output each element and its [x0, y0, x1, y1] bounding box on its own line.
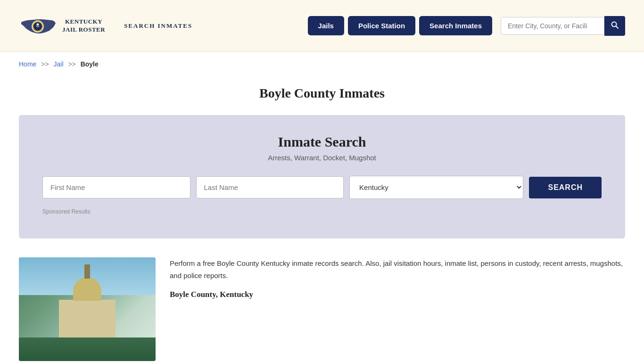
site-title-text: SEARCH INMATES [124, 22, 192, 30]
logo-image [19, 13, 57, 39]
search-form-row: AlabamaAlaskaArizonaArkansasCaliforniaCo… [42, 176, 602, 199]
content-section: Perform a free Boyle County Kentucky inm… [0, 248, 644, 362]
main-nav: Jails Police Station Search Inmates [308, 16, 625, 36]
search-button[interactable]: SEARCH [529, 177, 602, 198]
site-header: KENTUCKY JAIL ROSTER SEARCH INMATES Jail… [0, 0, 644, 52]
svg-line-4 [616, 26, 619, 28]
content-text-area: Perform a free Boyle County Kentucky inm… [170, 257, 625, 308]
sponsored-label: Sponsored Results [42, 208, 602, 215]
search-card-title: Inmate Search [42, 134, 602, 150]
inmate-search-card: Inmate Search Arrests, Warrant, Docket, … [19, 115, 625, 239]
jails-button[interactable]: Jails [308, 16, 344, 35]
county-image [19, 257, 156, 361]
site-logo-link[interactable]: KENTUCKY JAIL ROSTER [19, 13, 105, 39]
first-name-input[interactable] [42, 176, 190, 198]
breadcrumb-home[interactable]: Home [19, 60, 36, 68]
last-name-input[interactable] [196, 176, 344, 198]
header-search-button[interactable] [604, 16, 625, 36]
content-description: Perform a free Boyle County Kentucky inm… [170, 257, 625, 281]
logo-text: KENTUCKY JAIL ROSTER [62, 18, 105, 34]
breadcrumb-jail[interactable]: Jail [54, 60, 64, 68]
svg-point-2 [37, 24, 39, 26]
header-search-input[interactable] [501, 17, 604, 35]
page-title: Boyle County Inmates [19, 86, 625, 101]
breadcrumb-sep2: >> [68, 60, 75, 68]
breadcrumb-sep1: >> [41, 60, 49, 68]
search-card-subtitle: Arrests, Warrant, Docket, Mugshot [42, 154, 602, 162]
state-select[interactable]: AlabamaAlaskaArizonaArkansasCaliforniaCo… [349, 176, 523, 199]
breadcrumb-current: Boyle [81, 60, 99, 68]
search-inmates-button[interactable]: Search Inmates [419, 16, 492, 35]
header-search-wrap [501, 16, 625, 36]
breadcrumb: Home >> Jail >> Boyle [0, 52, 644, 76]
content-section-heading: Boyle County, Kentucky [170, 288, 625, 302]
page-title-area: Boyle County Inmates [0, 76, 644, 106]
police-station-button[interactable]: Police Station [348, 16, 415, 35]
